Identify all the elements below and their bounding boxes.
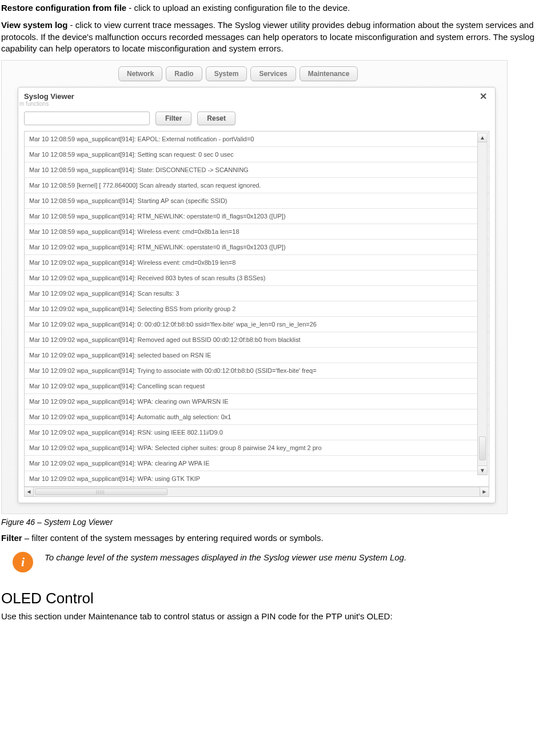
log-line: Mar 10 12:09:02 wpa_supplicant[914]: WPA… bbox=[25, 440, 489, 456]
log-line: Mar 10 12:08:59 wpa_supplicant[914]: RTM… bbox=[25, 209, 489, 224]
scroll-grip-icon: ||||| bbox=[96, 489, 105, 494]
filter-label: Filter bbox=[1, 533, 22, 543]
log-line: Mar 10 12:08:59 wpa_supplicant[914]: Sta… bbox=[25, 162, 489, 178]
log-line: Mar 10 12:08:59 [kernel] [ 772.864000] S… bbox=[25, 178, 489, 193]
close-icon[interactable]: ✕ bbox=[477, 91, 489, 102]
log-line: Mar 10 12:08:59 wpa_supplicant[914]: Set… bbox=[25, 147, 489, 162]
functions-hint: m functions bbox=[18, 101, 495, 107]
dialog-title: Syslog Viewer bbox=[24, 92, 74, 101]
section-heading-oled: OLED Control bbox=[1, 590, 535, 607]
filter-text: – filter content of the system messages … bbox=[22, 533, 324, 543]
log-line: Mar 10 12:09:02 wpa_supplicant[914]: WPA… bbox=[25, 394, 489, 409]
tab-services[interactable]: Services bbox=[250, 66, 296, 81]
scroll-up-icon[interactable]: ▲ bbox=[478, 133, 487, 142]
log-line: Mar 10 12:09:02 wpa_supplicant[914]: Try… bbox=[25, 363, 489, 379]
log-line: Mar 10 12:09:02 wpa_supplicant[914]: Aut… bbox=[25, 409, 489, 425]
info-note-text: To change level of the system messages d… bbox=[45, 550, 406, 563]
log-box: Mar 10 12:08:59 wpa_supplicant[914]: EAP… bbox=[24, 131, 489, 497]
log-scroll-area[interactable]: Mar 10 12:08:59 wpa_supplicant[914]: EAP… bbox=[24, 131, 489, 487]
paragraph-filter: Filter – filter content of the system me… bbox=[1, 532, 535, 544]
tab-radio[interactable]: Radio bbox=[166, 66, 202, 81]
figure-caption: Figure 46 – System Log Viewer bbox=[1, 518, 535, 527]
section-text-oled: Use this section under Maintenance tab t… bbox=[1, 611, 535, 622]
tab-maintenance[interactable]: Maintenance bbox=[300, 66, 358, 81]
log-line: Mar 10 12:09:02 wpa_supplicant[914]: Sel… bbox=[25, 301, 489, 317]
screenshot-container: Network Radio System Services Maintenanc… bbox=[1, 60, 508, 514]
restore-label: Restore configuration from file bbox=[1, 3, 126, 13]
log-line: Mar 10 12:08:59 wpa_supplicant[914]: Sta… bbox=[25, 193, 489, 209]
log-line: Mar 10 12:08:59 wpa_supplicant[914]: EAP… bbox=[25, 132, 489, 147]
log-line: Mar 10 12:09:02 wpa_supplicant[914]: Wir… bbox=[25, 255, 489, 270]
filter-row: Filter Reset bbox=[18, 107, 495, 131]
scroll-right-icon[interactable]: ► bbox=[480, 487, 489, 496]
log-line: Mar 10 12:09:02 wpa_supplicant[914]: WPA… bbox=[25, 456, 489, 471]
filter-input[interactable] bbox=[24, 112, 150, 125]
reset-button[interactable]: Reset bbox=[197, 112, 235, 125]
nav-tabs: Network Radio System Services Maintenanc… bbox=[118, 66, 502, 81]
log-line: Mar 10 12:09:02 wpa_supplicant[914]: 0: … bbox=[25, 317, 489, 332]
paragraph-viewlog: View system log - click to view current … bbox=[1, 19, 535, 54]
log-line: Mar 10 12:09:02 wpa_supplicant[914]: Can… bbox=[25, 379, 489, 394]
scroll-left-icon[interactable]: ◄ bbox=[25, 487, 34, 496]
tab-system[interactable]: System bbox=[206, 66, 247, 81]
log-line: Mar 10 12:09:02 wpa_supplicant[914]: Rec… bbox=[25, 270, 489, 286]
log-line: Mar 10 12:09:02 wpa_supplicant[914]: Sca… bbox=[25, 286, 489, 301]
log-line: Mar 10 12:08:59 wpa_supplicant[914]: Wir… bbox=[25, 224, 489, 240]
syslog-dialog: Syslog Viewer ✕ m functions Filter Reset… bbox=[18, 87, 496, 503]
log-line: Mar 10 12:09:02 wpa_supplicant[914]: RSN… bbox=[25, 425, 489, 440]
log-line: Mar 10 12:09:02 wpa_supplicant[914]: sel… bbox=[25, 348, 489, 363]
info-note-row: i To change level of the system messages… bbox=[1, 550, 535, 572]
info-icon: i bbox=[13, 552, 33, 572]
horizontal-scrollbar[interactable]: ◄ ||||| ► bbox=[24, 487, 489, 497]
log-line: Mar 10 12:09:02 wpa_supplicant[914]: RTM… bbox=[25, 240, 489, 255]
viewlog-label: View system log bbox=[1, 20, 67, 30]
paragraph-restore: Restore configuration from file - click … bbox=[1, 2, 535, 14]
scroll-down-icon[interactable]: ▼ bbox=[478, 465, 487, 475]
filter-button[interactable]: Filter bbox=[155, 112, 191, 125]
vertical-scrollbar[interactable]: ▲ ▼ bbox=[477, 133, 488, 475]
log-line: Mar 10 12:09:02 wpa_supplicant[914]: Rem… bbox=[25, 332, 489, 348]
viewlog-text: - click to view current trace messages. … bbox=[1, 20, 534, 53]
tab-network[interactable]: Network bbox=[118, 66, 162, 81]
log-line: Mar 10 12:09:02 wpa_supplicant[914]: WPA… bbox=[25, 471, 489, 487]
vertical-scroll-thumb[interactable] bbox=[479, 436, 486, 460]
restore-text: - click to upload an existing configurat… bbox=[126, 3, 350, 13]
